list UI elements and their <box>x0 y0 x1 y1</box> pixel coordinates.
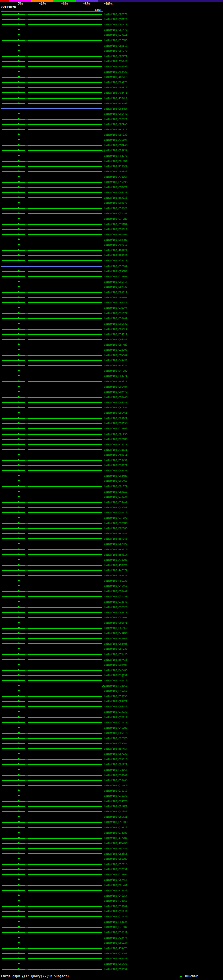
hit-label[interactable]: UniRef100_B2YGA1 <box>104 34 127 37</box>
hit-alignment-line[interactable] <box>27 156 103 156</box>
hit-alignment-line[interactable] <box>27 512 103 513</box>
hit-alignment-line[interactable] <box>2 387 26 387</box>
hit-alignment-line[interactable] <box>27 591 103 592</box>
hit-alignment-line[interactable] <box>27 197 103 198</box>
hit-alignment-line[interactable] <box>2 428 26 429</box>
hit-alignment-line[interactable] <box>2 617 26 618</box>
hit-alignment-line[interactable] <box>27 523 103 523</box>
hit-alignment-line[interactable] <box>2 806 26 807</box>
hit-alignment-line[interactable] <box>2 119 26 119</box>
hit-alignment-line[interactable] <box>2 570 26 571</box>
hit-alignment-line[interactable] <box>27 538 103 539</box>
hit-alignment-line[interactable] <box>2 780 26 781</box>
hit-alignment-line[interactable] <box>27 785 103 786</box>
hit-alignment-line[interactable] <box>27 98 103 99</box>
hit-label[interactable]: UniRef100_B6T6Z2 <box>104 128 127 131</box>
hit-alignment-line[interactable] <box>27 759 103 760</box>
hit-label[interactable]: UniRef100_A7YVW7 <box>104 837 127 840</box>
hit-label[interactable]: UniRef100_Q96442 <box>104 338 127 341</box>
hit-alignment-line[interactable] <box>27 838 103 838</box>
hit-alignment-line[interactable] <box>27 397 103 398</box>
hit-label[interactable]: UniRef100_Q96446 <box>104 705 127 708</box>
hit-label[interactable]: UniRef100_A7NZ21 <box>104 449 127 452</box>
hit-label[interactable]: UniRef100_P93775 <box>104 155 127 158</box>
hit-alignment-line[interactable] <box>27 628 103 628</box>
hit-label[interactable]: UniRef100_Q1PJS1 <box>104 868 127 871</box>
hit-alignment-line[interactable] <box>27 638 103 639</box>
hit-alignment-line[interactable] <box>2 717 26 718</box>
hit-label[interactable]: UniRef100_Q551W4 <box>104 270 127 273</box>
hit-alignment-line[interactable] <box>2 313 26 313</box>
hit-alignment-line[interactable] <box>2 906 26 907</box>
hit-alignment-line[interactable] <box>27 586 103 587</box>
hit-alignment-line[interactable] <box>27 533 103 534</box>
hit-label[interactable]: UniRef100_B7FJC0 <box>104 165 127 168</box>
hit-alignment-line[interactable] <box>2 156 26 156</box>
hit-alignment-line[interactable] <box>2 507 26 508</box>
hit-alignment-line[interactable] <box>27 308 103 309</box>
hit-label[interactable]: UniRef100_B1Q191 <box>104 674 127 677</box>
hit-alignment-line[interactable] <box>27 596 103 597</box>
hit-label[interactable]: UniRef100_Q9LKJ5 <box>104 963 127 966</box>
hit-label[interactable]: UniRef100_A6P7L3 <box>104 76 127 79</box>
hit-label[interactable]: UniRef100_C8JHT3 <box>104 611 127 614</box>
hit-alignment-line[interactable] <box>2 282 26 282</box>
hit-alignment-line[interactable] <box>2 602 26 603</box>
hit-alignment-line[interactable] <box>2 586 26 587</box>
hit-alignment-line[interactable] <box>27 434 103 434</box>
hit-label[interactable]: UniRef100_P93372 <box>104 380 127 383</box>
hit-label[interactable]: UniRef100_Q58838 <box>104 149 127 152</box>
hit-alignment-line[interactable] <box>27 103 103 104</box>
hit-label[interactable]: UniRef100_B8YH33 <box>104 286 127 289</box>
hit-alignment-line[interactable] <box>27 665 103 665</box>
hit-alignment-line[interactable] <box>2 255 26 256</box>
hit-alignment-line[interactable] <box>2 229 26 230</box>
hit-alignment-line[interactable] <box>2 318 26 319</box>
hit-label[interactable]: UniRef100_C352B4 <box>104 742 127 745</box>
hit-label[interactable]: UniRef100_Q61EW0 <box>104 858 127 861</box>
hit-label[interactable]: UniRef100_A7QQG7 <box>104 175 127 179</box>
hit-label[interactable]: UniRef100_B8YG45 <box>104 538 127 541</box>
hit-alignment-line[interactable] <box>27 245 103 245</box>
hit-alignment-line[interactable] <box>2 161 26 162</box>
hit-alignment-line[interactable] <box>27 376 103 377</box>
hit-label[interactable]: UniRef100_C7F8F2 <box>104 118 127 121</box>
hit-alignment-line[interactable] <box>27 581 103 581</box>
hit-alignment-line[interactable] <box>27 67 103 67</box>
hit-alignment-line[interactable] <box>27 549 103 550</box>
hit-alignment-line[interactable] <box>27 916 103 917</box>
hit-alignment-line[interactable] <box>2 921 26 922</box>
hit-alignment-line[interactable] <box>2 345 26 345</box>
hit-label[interactable]: UniRef100_Q5CCU0 <box>104 821 127 824</box>
hit-alignment-line[interactable] <box>2 376 26 377</box>
hit-alignment-line[interactable] <box>27 901 103 901</box>
hit-alignment-line[interactable] <box>2 455 26 455</box>
hit-label[interactable]: UniRef100_C7F8N7 <box>104 926 127 929</box>
hit-label[interactable]: UniRef100_B91VW5 <box>104 233 127 236</box>
hit-label[interactable]: UniRef100_B4FPG2 <box>104 637 127 640</box>
hit-label[interactable]: UniRef100_Q5EC18 <box>104 863 127 866</box>
hit-alignment-line[interactable] <box>2 497 26 498</box>
hit-alignment-line[interactable] <box>27 733 103 733</box>
hit-alignment-line[interactable] <box>27 14 103 14</box>
hit-alignment-line[interactable] <box>27 439 103 440</box>
hit-alignment-line[interactable] <box>27 896 103 896</box>
hit-alignment-line[interactable] <box>2 72 26 72</box>
hit-alignment-line[interactable] <box>2 397 26 398</box>
hit-label[interactable]: UniRef100_B7F1H3 <box>104 438 127 441</box>
hit-alignment-line[interactable] <box>27 869 103 870</box>
hit-label[interactable]: UniRef100_Q5F2P3 <box>104 506 127 509</box>
hit-alignment-line[interactable] <box>2 670 26 671</box>
hit-alignment-line[interactable] <box>27 255 103 256</box>
hit-alignment-line[interactable] <box>27 455 103 455</box>
hit-alignment-line[interactable] <box>2 192 26 193</box>
hit-alignment-line[interactable] <box>27 428 103 429</box>
hit-alignment-line[interactable] <box>2 953 26 954</box>
hit-alignment-line[interactable] <box>2 754 26 754</box>
hit-alignment-line[interactable] <box>27 182 103 183</box>
hit-alignment-line[interactable] <box>27 817 103 817</box>
hit-label[interactable]: UniRef100_Q71ZJ3 <box>104 795 127 798</box>
hit-alignment-line[interactable] <box>27 822 103 822</box>
hit-alignment-line[interactable] <box>2 665 26 665</box>
hit-alignment-line[interactable] <box>2 502 26 503</box>
